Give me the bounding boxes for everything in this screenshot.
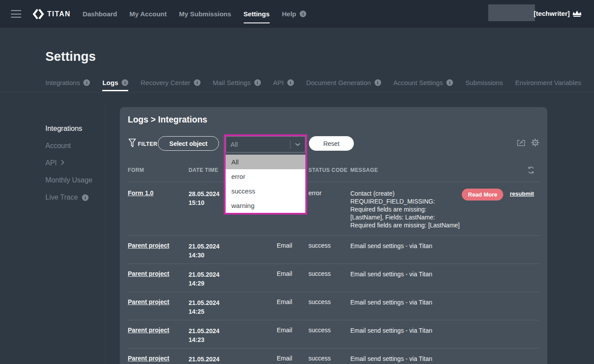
nav-item-my-account[interactable]: My Account	[130, 0, 167, 28]
tab-document-generation[interactable]: Document Generationi	[306, 79, 381, 91]
logs-table: FORM DATE TIME STATUS CODE MESSAGE Form …	[128, 167, 539, 364]
status-filter-select[interactable]: All	[226, 136, 305, 152]
status-code-cell: success	[308, 270, 331, 277]
tab-label: API	[273, 79, 284, 86]
sidebar-item-live-trace[interactable]: Live Tracei	[45, 193, 103, 201]
refresh-icon[interactable]	[527, 166, 535, 174]
info-icon: i	[300, 11, 306, 17]
resubmit-link[interactable]: resubmit	[510, 190, 534, 197]
date-value: 21.05.2024	[189, 327, 219, 335]
info-icon: i	[446, 79, 453, 86]
table-body: Form 1.028.05.202415:10errorContact (cre…	[128, 182, 539, 364]
status-option-warning[interactable]: warning	[226, 198, 305, 213]
tab-mail-settings[interactable]: Mail Settingsi	[213, 79, 261, 91]
time-value: 14:30	[189, 251, 219, 260]
nav-item-label: Settings	[244, 10, 270, 18]
table-row: Form 1.028.05.202415:10errorContact (cre…	[128, 182, 539, 236]
tab-recovery-center[interactable]: Recovery Centeri	[141, 79, 200, 91]
table-row: Parent project21.05.202414:30Emailsucces…	[128, 236, 539, 264]
form-link[interactable]: Parent project	[128, 270, 169, 277]
status-code-cell: success	[308, 327, 331, 334]
export-icon[interactable]	[517, 139, 525, 147]
status-filter-value: All	[230, 141, 238, 148]
status-code-cell: error	[308, 189, 322, 197]
top-navbar: TITAN DashboardMy AccountMy SubmissionsS…	[0, 0, 594, 28]
form-link[interactable]: Form 1.0	[128, 189, 153, 197]
nav-item-label: My Submissions	[179, 10, 231, 18]
time-value: 15:10	[189, 198, 219, 207]
sidebar-item-label: Monthly Usage	[45, 176, 93, 184]
sidebar-item-label: Account	[45, 142, 71, 150]
tab-logs[interactable]: Logsi	[102, 79, 128, 91]
date-value: 21.05.2024	[189, 242, 219, 251]
date-time-cell: 21.05.202414:25	[189, 298, 219, 316]
filter-funnel-icon	[128, 138, 136, 148]
status-code-cell: success	[308, 298, 331, 305]
tab-integrations[interactable]: Integrationsi	[45, 79, 90, 91]
tab-api[interactable]: APIi	[273, 79, 294, 91]
info-icon: i	[194, 79, 200, 86]
tab-label: Recovery Center	[141, 79, 190, 86]
sidebar-item-label: Live Trace	[45, 193, 78, 201]
tab-account-settings[interactable]: Account Settingsi	[394, 79, 453, 91]
tab-label: Environment Variables	[515, 79, 581, 86]
sidebar-item-integrations[interactable]: Integrations	[45, 125, 103, 133]
chevron-right-icon	[61, 159, 65, 167]
gear-icon[interactable]	[531, 138, 539, 147]
sidebar-item-account[interactable]: Account	[45, 142, 103, 150]
message-cell: Email send settings - via Titan	[350, 355, 461, 363]
form-link[interactable]: Parent project	[128, 327, 169, 334]
status-filter-controls	[290, 140, 301, 149]
nav-item-my-submissions[interactable]: My Submissions	[179, 0, 231, 28]
col-header-form: FORM	[128, 167, 144, 173]
form-link[interactable]: Parent project	[128, 355, 169, 362]
tab-environment-variables[interactable]: Environment Variables	[515, 79, 581, 91]
logs-sidebar: IntegrationsAccountAPIMonthly UsageLive …	[45, 125, 103, 211]
type-cell: Email	[277, 270, 292, 277]
titan-settings-screen: TITAN DashboardMy AccountMy SubmissionsS…	[0, 0, 594, 364]
reset-button[interactable]: Reset	[309, 136, 354, 151]
date-time-cell: 21.05.202414:23	[189, 327, 219, 344]
table-row: Parent project21.05.202414:23Emailsucces…	[128, 320, 539, 349]
sidebar-item-api[interactable]: API	[45, 159, 103, 167]
status-option-error[interactable]: error	[226, 169, 305, 184]
tab-label: Integrations	[45, 79, 80, 86]
read-more-button[interactable]: Read More	[462, 189, 503, 201]
form-link[interactable]: Parent project	[128, 242, 169, 249]
panel-toolbar-icons	[517, 138, 539, 147]
status-option-success[interactable]: success	[226, 184, 305, 198]
nav-item-help[interactable]: Helpi	[282, 0, 307, 28]
table-row: Parent project21.05.202414:22Emailsucces…	[128, 349, 539, 364]
info-icon: i	[82, 194, 89, 201]
select-divider	[290, 140, 290, 149]
table-row: Parent project21.05.202414:29Emailsucces…	[128, 264, 539, 292]
table-row: Parent project21.05.202414:25Emailsucces…	[128, 292, 539, 320]
sidebar-divider	[105, 104, 105, 364]
date-time-cell: 21.05.202414:30	[189, 242, 219, 260]
date-value: 21.05.2024	[189, 355, 219, 364]
date-value: 21.05.2024	[189, 298, 219, 307]
date-time-cell: 21.05.202414:29	[189, 270, 219, 288]
sidebar-item-monthly-usage[interactable]: Monthly Usage	[45, 176, 103, 184]
nav-item-settings[interactable]: Settings	[244, 0, 270, 28]
time-value: 14:23	[189, 335, 219, 344]
col-header-status-code: STATUS CODE	[308, 167, 348, 173]
type-cell: Email	[277, 355, 292, 362]
nav-item-dashboard[interactable]: Dashboard	[82, 0, 117, 28]
brand-logo[interactable]: TITAN	[33, 8, 71, 20]
status-option-all[interactable]: All	[226, 155, 305, 169]
message-cell: Email send settings - via Titan	[350, 270, 461, 278]
tab-submissions[interactable]: Submissions	[465, 79, 503, 91]
chevron-down-icon	[295, 143, 301, 146]
col-header-message: MESSAGE	[350, 167, 378, 173]
select-object-button[interactable]: Select object	[158, 136, 219, 151]
redacted-username-box	[488, 4, 535, 21]
sidebar-item-label: Integrations	[45, 125, 82, 133]
date-time-cell: 28.05.202415:10	[189, 189, 219, 207]
form-link[interactable]: Parent project	[128, 298, 169, 305]
hamburger-menu-icon[interactable]	[11, 10, 21, 18]
titan-logo-icon	[33, 8, 44, 20]
info-icon: i	[287, 79, 294, 86]
nav-item-label: My Account	[130, 10, 167, 18]
tab-label: Submissions	[465, 79, 503, 86]
